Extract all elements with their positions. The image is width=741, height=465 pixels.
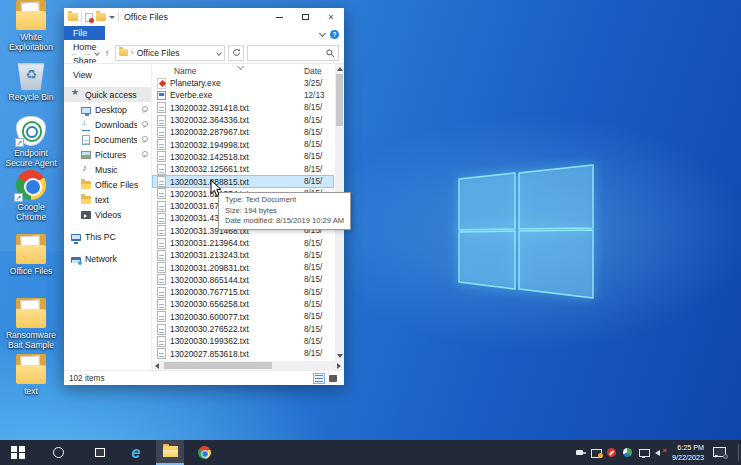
divider bbox=[118, 12, 119, 22]
file-row[interactable]: 13020032.391418.txt 8/15/ bbox=[152, 102, 334, 114]
tab-file[interactable]: File bbox=[64, 26, 105, 40]
file-row[interactable]: 13020030.199362.txt 8/15/ bbox=[152, 335, 334, 347]
nav-videos[interactable]: Videos bbox=[64, 207, 151, 222]
nav-this-pc[interactable]: This PC bbox=[64, 229, 151, 244]
file-row[interactable]: 13020030.656258.txt 8/15/ bbox=[152, 298, 334, 310]
endpoint-agent-icon[interactable] bbox=[623, 447, 634, 458]
recent-locations-chevron-icon[interactable] bbox=[94, 50, 100, 56]
search-input[interactable] bbox=[248, 46, 338, 60]
nav-network[interactable]: Network bbox=[64, 251, 151, 266]
nav-downloads[interactable]: Downloads bbox=[64, 117, 151, 132]
thumbnails-view-button[interactable] bbox=[327, 373, 339, 384]
desktop-icon-office-files[interactable]: ↗ Office Files bbox=[2, 234, 60, 276]
taskbar-clock[interactable]: 6:25 PM 9/22/2023 bbox=[672, 443, 704, 462]
cortana-button[interactable] bbox=[44, 440, 72, 465]
scroll-left-icon[interactable] bbox=[155, 363, 159, 369]
usb-drive-icon[interactable] bbox=[575, 447, 586, 458]
nav-quick-access[interactable]: Quick access bbox=[64, 87, 151, 102]
file-row[interactable]: 13020032.125661.txt 8/15/ bbox=[152, 163, 334, 175]
nav-desktop[interactable]: Desktop bbox=[64, 102, 151, 117]
nav-item-label: Desktop bbox=[95, 105, 127, 115]
column-header-date[interactable]: Date bbox=[304, 66, 334, 76]
nav-item-label: This PC bbox=[85, 232, 116, 242]
expand-ribbon-chevron-icon[interactable] bbox=[319, 29, 326, 36]
nav-text[interactable]: text bbox=[64, 192, 151, 207]
file-row[interactable]: 13020032.364336.txt 8/15/ bbox=[152, 114, 334, 126]
nav-pictures[interactable]: Pictures bbox=[64, 147, 151, 162]
refresh-button[interactable] bbox=[228, 45, 244, 61]
file-row[interactable]: 13020030.767715.txt 8/15/ bbox=[152, 286, 334, 298]
tooltip-line: Date modified: 8/15/2019 10:29 AM bbox=[225, 216, 344, 227]
display-alert-icon[interactable] bbox=[591, 447, 602, 458]
nav-music[interactable]: Music bbox=[64, 162, 151, 177]
horizontal-scroll-thumb[interactable] bbox=[164, 362, 272, 369]
breadcrumb[interactable]: Office Files bbox=[137, 48, 214, 58]
file-row[interactable]: 13020031.888815.txt 8/15/ bbox=[152, 175, 334, 187]
file-row[interactable]: 13020030.276522.txt 8/15/ bbox=[152, 323, 334, 335]
desktop-icon-text[interactable]: ↗ text bbox=[2, 354, 60, 396]
desktop-icon-recycle-bin[interactable]: ↗ Recycle Bin bbox=[2, 60, 60, 102]
scroll-down-icon[interactable] bbox=[337, 354, 343, 358]
file-row[interactable]: 13020030.865144.txt 8/15/ bbox=[152, 274, 334, 286]
quick-access-new-folder-icon[interactable] bbox=[96, 13, 106, 21]
tooltip-line: Size: 194 bytes bbox=[225, 206, 344, 217]
desktop-icon-ransomware-bait-sample[interactable]: ↗ Ransomware Bait Sample bbox=[2, 298, 60, 350]
details-view-button[interactable] bbox=[313, 373, 325, 384]
display-icon[interactable] bbox=[639, 447, 650, 458]
file-row[interactable]: 13020031.209831.txt 8/15/ bbox=[152, 261, 334, 273]
help-icon[interactable]: ? bbox=[330, 30, 339, 39]
maximize-button[interactable] bbox=[292, 8, 318, 26]
file-row[interactable]: 13020031.213243.txt 8/15/ bbox=[152, 249, 334, 261]
back-icon[interactable]: ← bbox=[69, 48, 79, 58]
close-button[interactable]: × bbox=[318, 8, 344, 26]
horizontal-scrollbar[interactable] bbox=[152, 361, 344, 370]
scroll-right-icon[interactable] bbox=[337, 363, 341, 369]
edge-button[interactable]: e bbox=[122, 440, 150, 465]
window-title: Office Files bbox=[124, 12, 263, 22]
task-view-button[interactable] bbox=[86, 440, 114, 465]
address-dropdown-chevron-icon[interactable] bbox=[216, 50, 222, 56]
scroll-up-icon[interactable] bbox=[337, 67, 343, 71]
file-row[interactable]: 13020031.213964.txt 8/15/ bbox=[152, 237, 334, 249]
antivirus-icon[interactable] bbox=[607, 447, 618, 458]
windows-logo bbox=[452, 148, 602, 308]
nav-item-icon bbox=[81, 165, 91, 175]
file-row[interactable]: Everbe.exe 12/13 bbox=[152, 89, 334, 101]
nav-item-label: Quick access bbox=[85, 90, 137, 100]
file-row[interactable]: 13020030.600077.txt 8/15/ bbox=[152, 311, 334, 323]
file-type-icon bbox=[157, 78, 166, 89]
minimize-button[interactable] bbox=[266, 8, 292, 26]
address-box[interactable]: › Office Files bbox=[115, 45, 225, 61]
file-type-icon bbox=[157, 250, 166, 261]
file-date: 8/15/ bbox=[304, 288, 334, 297]
vertical-scroll-thumb[interactable] bbox=[336, 74, 343, 126]
file-type-icon bbox=[157, 151, 166, 162]
desktop-icon-endpoint-secure-agent[interactable]: ↗ Endpoint Secure Agent bbox=[2, 116, 60, 168]
action-center-button[interactable] bbox=[713, 447, 726, 458]
up-icon[interactable]: ↑ bbox=[102, 48, 112, 58]
desktop-icon-white-exploitation[interactable]: ↗ White Exploitation bbox=[2, 0, 60, 52]
file-explorer-button[interactable] bbox=[156, 440, 184, 465]
nav-documents[interactable]: Documents bbox=[64, 132, 151, 147]
nav-office-files[interactable]: Office Files bbox=[64, 177, 151, 192]
chrome-icon bbox=[198, 446, 211, 459]
start-button[interactable] bbox=[4, 440, 32, 465]
file-row[interactable]: 13020032.287967.txt 8/15/ bbox=[152, 126, 334, 138]
search-box[interactable] bbox=[247, 45, 339, 61]
file-row[interactable]: 13020027.853618.txt 8/15/ bbox=[152, 348, 334, 360]
quick-access-properties-icon[interactable] bbox=[85, 13, 93, 22]
customize-toolbar-chevron-icon[interactable] bbox=[109, 16, 115, 19]
title-bar[interactable]: Office Files × bbox=[64, 8, 344, 26]
volume-muted-icon[interactable] bbox=[655, 447, 666, 458]
desktop-icon-google-chrome[interactable]: ↗ Google Chrome bbox=[2, 170, 60, 222]
forward-icon[interactable]: → bbox=[82, 48, 92, 58]
file-row[interactable]: 13020032.142518.txt 8/15/ bbox=[152, 151, 334, 163]
file-row[interactable]: 13020032.194998.txt 8/15/ bbox=[152, 138, 334, 150]
file-row[interactable]: Planetary.exe 3/25/ bbox=[152, 77, 334, 89]
nav-item-icon bbox=[81, 211, 91, 219]
chrome-button[interactable] bbox=[190, 440, 218, 465]
pin-icon bbox=[141, 106, 148, 113]
status-bar: 102 items bbox=[64, 370, 344, 385]
file-explorer-window: Office Files × FileHomeShareView ? ← → ↑ bbox=[64, 8, 344, 385]
column-header-name[interactable]: Name bbox=[152, 66, 304, 76]
